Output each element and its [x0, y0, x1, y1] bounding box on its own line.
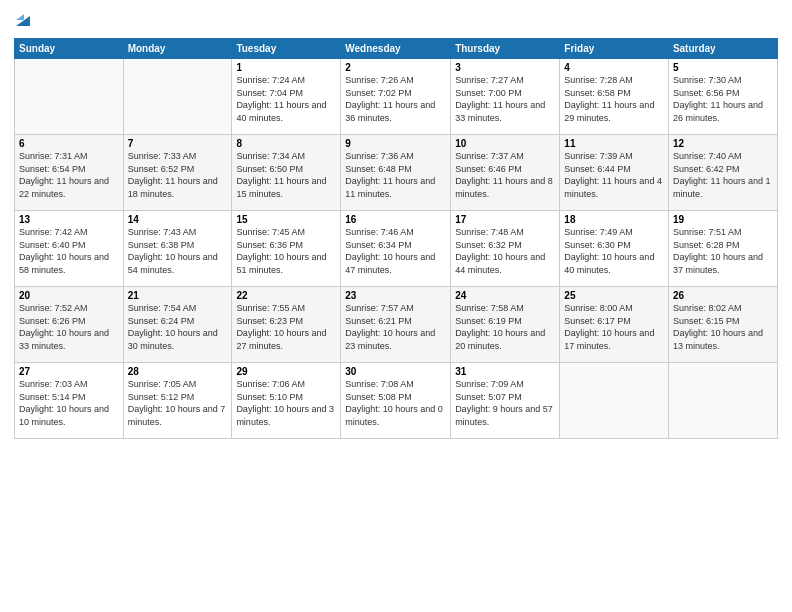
calendar-cell: 14Sunrise: 7:43 AMSunset: 6:38 PMDayligh… — [123, 211, 232, 287]
day-number: 31 — [455, 366, 555, 377]
day-info: Sunrise: 8:02 AMSunset: 6:15 PMDaylight:… — [673, 302, 773, 352]
day-info: Sunrise: 7:27 AMSunset: 7:00 PMDaylight:… — [455, 74, 555, 124]
calendar-cell: 25Sunrise: 8:00 AMSunset: 6:17 PMDayligh… — [560, 287, 669, 363]
calendar-cell: 15Sunrise: 7:45 AMSunset: 6:36 PMDayligh… — [232, 211, 341, 287]
calendar-cell: 21Sunrise: 7:54 AMSunset: 6:24 PMDayligh… — [123, 287, 232, 363]
day-info: Sunrise: 7:40 AMSunset: 6:42 PMDaylight:… — [673, 150, 773, 200]
logo-icon — [14, 8, 32, 30]
calendar-cell — [15, 59, 124, 135]
calendar-cell: 8Sunrise: 7:34 AMSunset: 6:50 PMDaylight… — [232, 135, 341, 211]
day-number: 30 — [345, 366, 446, 377]
day-number: 16 — [345, 214, 446, 225]
day-info: Sunrise: 7:06 AMSunset: 5:10 PMDaylight:… — [236, 378, 336, 428]
day-info: Sunrise: 7:54 AMSunset: 6:24 PMDaylight:… — [128, 302, 228, 352]
day-number: 22 — [236, 290, 336, 301]
calendar-cell — [560, 363, 669, 439]
calendar-cell: 22Sunrise: 7:55 AMSunset: 6:23 PMDayligh… — [232, 287, 341, 363]
svg-marker-1 — [16, 14, 24, 20]
day-info: Sunrise: 7:52 AMSunset: 6:26 PMDaylight:… — [19, 302, 119, 352]
calendar-cell: 9Sunrise: 7:36 AMSunset: 6:48 PMDaylight… — [341, 135, 451, 211]
calendar-cell: 29Sunrise: 7:06 AMSunset: 5:10 PMDayligh… — [232, 363, 341, 439]
calendar-cell: 26Sunrise: 8:02 AMSunset: 6:15 PMDayligh… — [668, 287, 777, 363]
day-number: 12 — [673, 138, 773, 149]
day-number: 5 — [673, 62, 773, 73]
day-number: 18 — [564, 214, 664, 225]
day-info: Sunrise: 7:48 AMSunset: 6:32 PMDaylight:… — [455, 226, 555, 276]
calendar-cell: 31Sunrise: 7:09 AMSunset: 5:07 PMDayligh… — [451, 363, 560, 439]
calendar-cell — [123, 59, 232, 135]
calendar-header-row: SundayMondayTuesdayWednesdayThursdayFrid… — [15, 39, 778, 59]
calendar-header-friday: Friday — [560, 39, 669, 59]
day-info: Sunrise: 7:05 AMSunset: 5:12 PMDaylight:… — [128, 378, 228, 428]
calendar-row-3: 20Sunrise: 7:52 AMSunset: 6:26 PMDayligh… — [15, 287, 778, 363]
calendar-cell: 1Sunrise: 7:24 AMSunset: 7:04 PMDaylight… — [232, 59, 341, 135]
calendar-cell: 7Sunrise: 7:33 AMSunset: 6:52 PMDaylight… — [123, 135, 232, 211]
day-number: 27 — [19, 366, 119, 377]
day-number: 8 — [236, 138, 336, 149]
day-info: Sunrise: 7:46 AMSunset: 6:34 PMDaylight:… — [345, 226, 446, 276]
day-number: 14 — [128, 214, 228, 225]
day-info: Sunrise: 7:58 AMSunset: 6:19 PMDaylight:… — [455, 302, 555, 352]
calendar-cell: 28Sunrise: 7:05 AMSunset: 5:12 PMDayligh… — [123, 363, 232, 439]
day-number: 4 — [564, 62, 664, 73]
calendar-header-wednesday: Wednesday — [341, 39, 451, 59]
day-info: Sunrise: 7:39 AMSunset: 6:44 PMDaylight:… — [564, 150, 664, 200]
day-info: Sunrise: 7:45 AMSunset: 6:36 PMDaylight:… — [236, 226, 336, 276]
day-number: 24 — [455, 290, 555, 301]
calendar-row-0: 1Sunrise: 7:24 AMSunset: 7:04 PMDaylight… — [15, 59, 778, 135]
calendar-header-tuesday: Tuesday — [232, 39, 341, 59]
day-number: 25 — [564, 290, 664, 301]
calendar-cell: 2Sunrise: 7:26 AMSunset: 7:02 PMDaylight… — [341, 59, 451, 135]
day-number: 19 — [673, 214, 773, 225]
calendar-cell: 3Sunrise: 7:27 AMSunset: 7:00 PMDaylight… — [451, 59, 560, 135]
day-info: Sunrise: 7:30 AMSunset: 6:56 PMDaylight:… — [673, 74, 773, 124]
calendar-header-sunday: Sunday — [15, 39, 124, 59]
calendar-cell: 5Sunrise: 7:30 AMSunset: 6:56 PMDaylight… — [668, 59, 777, 135]
day-number: 23 — [345, 290, 446, 301]
day-number: 26 — [673, 290, 773, 301]
day-number: 15 — [236, 214, 336, 225]
calendar-cell: 18Sunrise: 7:49 AMSunset: 6:30 PMDayligh… — [560, 211, 669, 287]
day-number: 1 — [236, 62, 336, 73]
calendar-table: SundayMondayTuesdayWednesdayThursdayFrid… — [14, 38, 778, 439]
calendar-cell: 20Sunrise: 7:52 AMSunset: 6:26 PMDayligh… — [15, 287, 124, 363]
calendar-cell: 30Sunrise: 7:08 AMSunset: 5:08 PMDayligh… — [341, 363, 451, 439]
day-number: 20 — [19, 290, 119, 301]
calendar-cell: 4Sunrise: 7:28 AMSunset: 6:58 PMDaylight… — [560, 59, 669, 135]
logo — [14, 10, 34, 30]
calendar-row-1: 6Sunrise: 7:31 AMSunset: 6:54 PMDaylight… — [15, 135, 778, 211]
day-number: 11 — [564, 138, 664, 149]
calendar-cell: 10Sunrise: 7:37 AMSunset: 6:46 PMDayligh… — [451, 135, 560, 211]
day-info: Sunrise: 7:55 AMSunset: 6:23 PMDaylight:… — [236, 302, 336, 352]
calendar-header-monday: Monday — [123, 39, 232, 59]
day-number: 2 — [345, 62, 446, 73]
calendar-cell: 24Sunrise: 7:58 AMSunset: 6:19 PMDayligh… — [451, 287, 560, 363]
calendar-cell: 13Sunrise: 7:42 AMSunset: 6:40 PMDayligh… — [15, 211, 124, 287]
calendar-cell: 11Sunrise: 7:39 AMSunset: 6:44 PMDayligh… — [560, 135, 669, 211]
day-info: Sunrise: 7:36 AMSunset: 6:48 PMDaylight:… — [345, 150, 446, 200]
day-number: 29 — [236, 366, 336, 377]
day-number: 10 — [455, 138, 555, 149]
day-info: Sunrise: 7:08 AMSunset: 5:08 PMDaylight:… — [345, 378, 446, 428]
day-info: Sunrise: 7:09 AMSunset: 5:07 PMDaylight:… — [455, 378, 555, 428]
calendar-header-saturday: Saturday — [668, 39, 777, 59]
calendar-cell: 16Sunrise: 7:46 AMSunset: 6:34 PMDayligh… — [341, 211, 451, 287]
day-number: 13 — [19, 214, 119, 225]
day-number: 3 — [455, 62, 555, 73]
day-info: Sunrise: 7:37 AMSunset: 6:46 PMDaylight:… — [455, 150, 555, 200]
calendar-cell: 23Sunrise: 7:57 AMSunset: 6:21 PMDayligh… — [341, 287, 451, 363]
day-number: 17 — [455, 214, 555, 225]
day-info: Sunrise: 7:28 AMSunset: 6:58 PMDaylight:… — [564, 74, 664, 124]
day-info: Sunrise: 7:57 AMSunset: 6:21 PMDaylight:… — [345, 302, 446, 352]
day-number: 28 — [128, 366, 228, 377]
calendar-cell: 17Sunrise: 7:48 AMSunset: 6:32 PMDayligh… — [451, 211, 560, 287]
day-info: Sunrise: 7:49 AMSunset: 6:30 PMDaylight:… — [564, 226, 664, 276]
day-info: Sunrise: 8:00 AMSunset: 6:17 PMDaylight:… — [564, 302, 664, 352]
day-info: Sunrise: 7:43 AMSunset: 6:38 PMDaylight:… — [128, 226, 228, 276]
day-info: Sunrise: 7:51 AMSunset: 6:28 PMDaylight:… — [673, 226, 773, 276]
calendar-cell: 27Sunrise: 7:03 AMSunset: 5:14 PMDayligh… — [15, 363, 124, 439]
calendar-cell — [668, 363, 777, 439]
day-number: 6 — [19, 138, 119, 149]
calendar-row-2: 13Sunrise: 7:42 AMSunset: 6:40 PMDayligh… — [15, 211, 778, 287]
day-number: 7 — [128, 138, 228, 149]
